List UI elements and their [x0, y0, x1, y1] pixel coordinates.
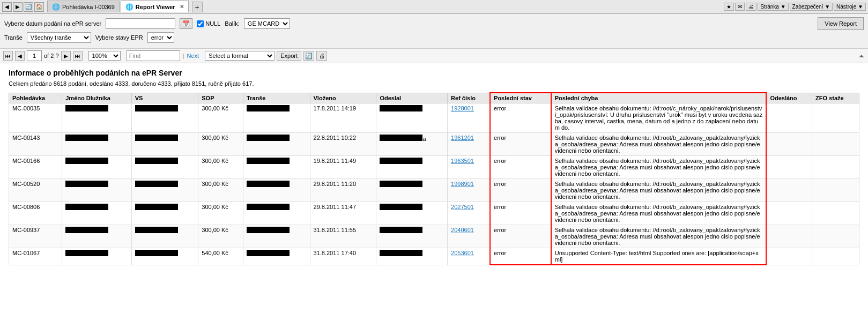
refresh-icon-btn[interactable]: 🔄 [303, 51, 314, 61]
date-input[interactable] [106, 18, 175, 29]
cell-sop: 300,00 Kč [198, 133, 243, 156]
cell-odeslano [766, 202, 812, 225]
ref-link[interactable]: 1928001 [451, 105, 474, 111]
format-select[interactable]: Select a format PDF Excel Word [205, 51, 275, 61]
tab-report-viewer-label: Report Viewer [136, 4, 175, 10]
collapse-arrow-icon[interactable]: ⏶ [858, 52, 865, 59]
cell-jmeno [62, 225, 132, 248]
favorites-btn[interactable]: ★ [724, 3, 734, 11]
cell-posledni-stav: error [490, 156, 551, 179]
ref-link[interactable]: 2027501 [451, 204, 474, 210]
browser-forward-btn[interactable]: ▶ [13, 2, 23, 12]
cell-ref-cislo: 1928001 [448, 103, 490, 133]
toolbar-row-1: Vyberte datum podání na ePR server 📅 NUL… [4, 17, 864, 30]
cell-pohledavka: MC-00166 [9, 156, 62, 179]
tab-pohledavka-label: Pohledávka I-00369 [62, 4, 115, 10]
cell-vlozeno: 29.8.2011 11:47 [310, 202, 376, 225]
cell-transe [243, 202, 310, 225]
cell-jmeno [62, 103, 132, 133]
tab-pohledavka[interactable]: 🌐 Pohledávka I-00369 [47, 1, 120, 12]
zoom-select[interactable]: 100% 75% 50% 25% [88, 51, 121, 61]
cell-posledni-stav: error [490, 103, 551, 133]
cell-vlozeno: 31.8.2011 17:40 [310, 248, 376, 265]
export-btn[interactable]: Export [277, 51, 301, 61]
cell-pohledavka: MC-00806 [9, 202, 62, 225]
cell-posledni-stav: error [490, 202, 551, 225]
cell-transe [243, 179, 310, 202]
cell-vlozeno: 29.8.2011 11:20 [310, 179, 376, 202]
balik-select[interactable]: GE MCARD [244, 18, 290, 29]
cell-transe [243, 225, 310, 248]
table-row: MC-00143300,00 Kč22.8.2011 10:22a1961201… [9, 133, 859, 156]
cell-odeslano [766, 133, 812, 156]
cell-vlozeno: 22.8.2011 10:22 [310, 133, 376, 156]
tab-report-viewer[interactable]: 🌐 Report Viewer ✕ [121, 1, 189, 12]
page-btn[interactable]: Stránka ▼ [758, 3, 788, 11]
browser-back-btn[interactable]: ◀ [2, 2, 12, 12]
cell-sop: 540,00 Kč [198, 248, 243, 265]
tab-report-viewer-icon: 🌐 [125, 3, 133, 11]
cell-odeslal [376, 179, 448, 202]
prev-page-btn[interactable]: ◀ [15, 51, 25, 61]
view-report-btn[interactable]: View Report [818, 17, 864, 30]
cell-vs [131, 179, 198, 202]
find-next-btn[interactable]: Next [187, 53, 199, 59]
cell-jmeno [62, 179, 132, 202]
col-vlozeno: Vloženo [310, 93, 376, 103]
browser-refresh-btn[interactable]: 🔄 [24, 2, 33, 12]
col-pohledavka: Pohledávka [9, 93, 62, 103]
cell-transe [243, 156, 310, 179]
report-summary: Celkem předáno 8618 podání, odesláno 433… [9, 80, 859, 87]
cell-jmeno [62, 133, 132, 156]
report-table: Pohledávka Jméno Dlužníka VS SOP Tranše … [9, 92, 859, 265]
col-zfo-staze: ZFO staže [812, 93, 859, 103]
col-jmeno: Jméno Dlužníka [62, 93, 132, 103]
vybere-stavy-select[interactable]: error [147, 32, 174, 43]
cell-ref-cislo: 2027501 [448, 202, 490, 225]
find-input[interactable] [127, 50, 180, 61]
next-page-btn[interactable]: ▶ [61, 51, 71, 61]
col-posledni-stav: Poslední stav [490, 93, 551, 103]
cell-posledni-chyba: Selhala validace obsahu dokumentu: //d:r… [551, 156, 767, 179]
cell-vs [131, 202, 198, 225]
toolbar-row-2: Tranše Všechny tranše Vybere stavy EPR e… [4, 32, 864, 43]
ref-link[interactable]: 1961201 [451, 135, 474, 141]
cell-zfo-staze [812, 103, 859, 133]
cell-odeslal: a [376, 133, 448, 156]
table-row: MC-00520300,00 Kč29.8.2011 11:201998901e… [9, 179, 859, 202]
ref-link[interactable]: 1998901 [451, 181, 474, 187]
cell-posledni-stav: error [490, 225, 551, 248]
null-checkbox[interactable] [197, 20, 204, 27]
ref-link[interactable]: 2053601 [451, 250, 474, 256]
calendar-btn[interactable]: 📅 [180, 18, 192, 29]
new-tab-btn[interactable]: + [192, 2, 203, 12]
null-checkbox-container: NULL [197, 20, 220, 27]
browser-home-btn[interactable]: 🏠 [34, 2, 44, 12]
table-row: MC-00937300,00 Kč31.8.2011 11:552040601e… [9, 225, 859, 248]
transe-label: Tranše [4, 34, 23, 41]
cell-zfo-staze [812, 248, 859, 265]
page-number-input[interactable] [27, 50, 42, 61]
date-label: Vyberte datum podání na ePR server [4, 20, 101, 27]
print-report-icon-btn[interactable]: 🖨 [316, 51, 327, 61]
ref-link[interactable]: 2040601 [451, 227, 474, 233]
security-btn[interactable]: Zabezpečení ▼ [790, 3, 833, 11]
email-btn[interactable]: ✉ [735, 3, 745, 11]
ref-link[interactable]: 1963501 [451, 158, 474, 164]
tab-pohledavka-icon: 🌐 [52, 3, 60, 11]
cell-transe [243, 103, 310, 133]
cell-pohledavka: MC-00143 [9, 133, 62, 156]
report-title: Informace o proběhlých podáních na ePR S… [9, 69, 859, 77]
tab-close-icon[interactable]: ✕ [180, 4, 184, 10]
first-page-btn[interactable]: ⏮ [3, 51, 13, 61]
cell-odeslano [766, 156, 812, 179]
browser-chrome: ◀ ▶ 🔄 🏠 🌐 Pohledávka I-00369 🌐 Report Vi… [0, 0, 868, 14]
last-page-btn[interactable]: ⏭ [73, 51, 83, 61]
cell-vlozeno: 19.8.2011 11:49 [310, 156, 376, 179]
tools-btn[interactable]: Nástroje ▼ [834, 3, 866, 11]
cell-pohledavka: MC-00937 [9, 225, 62, 248]
cell-sop: 300,00 Kč [198, 202, 243, 225]
table-row: MC-01067540,00 Kč31.8.2011 17:402053601e… [9, 248, 859, 265]
print-btn[interactable]: 🖨 [746, 3, 756, 11]
transe-select[interactable]: Všechny tranše [27, 32, 91, 43]
